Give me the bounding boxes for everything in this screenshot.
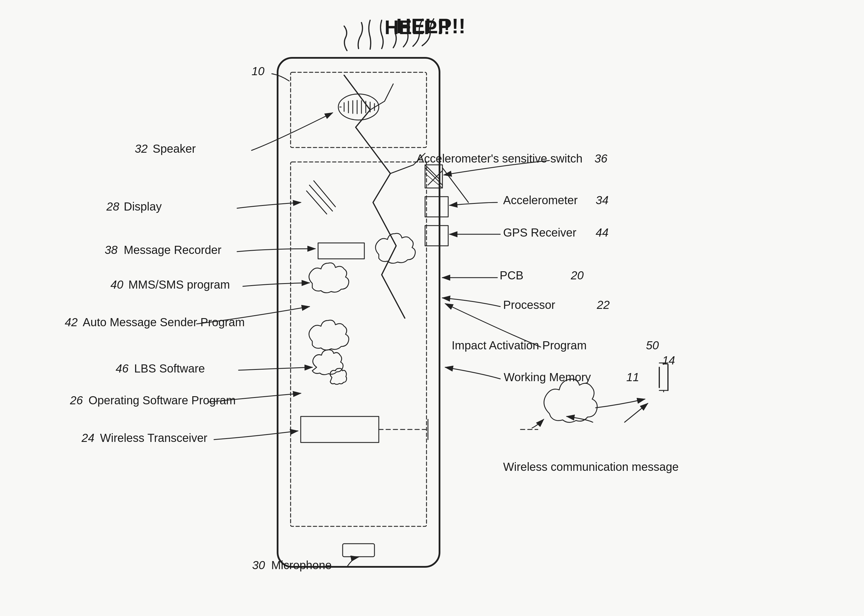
ref-24: 24 [81, 432, 94, 444]
ref-22: 22 [597, 299, 610, 311]
accel-switch-label: Accelerometer's sensitive switch [416, 152, 583, 165]
operating-label: Operating Software Program [88, 394, 236, 407]
wireless-comm-label: Wireless communication message [503, 460, 679, 473]
ref-38: 38 [105, 244, 118, 256]
ref-46: 46 [116, 362, 129, 375]
ref-26: 26 [70, 394, 83, 407]
microphone-label: Microphone [271, 559, 331, 572]
ref-44: 44 [596, 226, 609, 239]
gps-label: GPS Receiver [503, 226, 576, 239]
impact-label: Impact Activation Program [452, 339, 587, 352]
ref-30: 30 [252, 559, 265, 572]
accelerometer-label: Accelerometer [503, 194, 578, 206]
diagram-container: text { font-family: Arial, Helvetica, sa… [0, 0, 864, 616]
lbs-label: LBS Software [134, 362, 205, 375]
ref-28: 28 [106, 200, 119, 213]
ref-32: 32 [135, 142, 148, 155]
processor-label: Processor [503, 299, 555, 311]
speaker-label: Speaker [153, 142, 196, 155]
ref-14: 14 [662, 354, 675, 367]
ref-50: 50 [646, 339, 659, 352]
mms-sms-label: MMS/SMS program [128, 278, 230, 291]
help-label: HELP!! [385, 16, 450, 38]
svg-rect-0 [0, 0, 864, 616]
auto-message-label: Auto Message Sender Program [83, 316, 245, 328]
ref-42: 42 [65, 316, 78, 328]
display-label: Display [124, 200, 162, 213]
message-recorder-label: Message Recorder [124, 244, 221, 256]
ref-36: 36 [594, 152, 608, 165]
wireless-transceiver-label: Wireless Transceiver [100, 432, 207, 444]
ref-40: 40 [110, 278, 124, 291]
ref-20: 20 [570, 269, 584, 282]
ref-11: 11 [626, 371, 639, 383]
working-memory-label: Working Memory [504, 371, 591, 383]
pcb-label: PCB [500, 269, 523, 282]
ref-34: 34 [596, 194, 609, 206]
ref-10: 10 [251, 65, 265, 77]
